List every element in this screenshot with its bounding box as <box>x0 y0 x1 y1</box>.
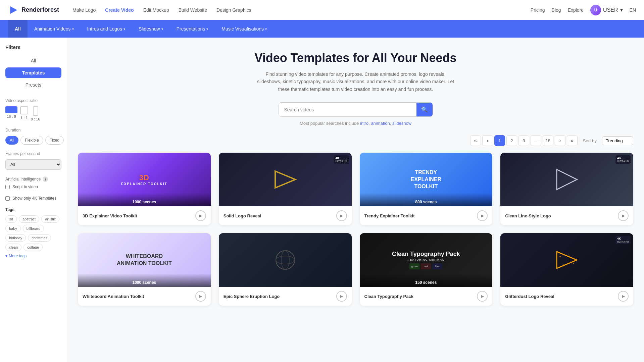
popular-link-slideshow[interactable]: slideshow <box>392 121 411 126</box>
template-card-whiteboard[interactable]: WHITEBOARDANIMATION TOOLKIT 1000 scenes … <box>78 233 211 306</box>
template-card-sphere[interactable]: Epic Sphere Eruption Logo ▶ <box>219 233 352 306</box>
play-button[interactable]: ▶ <box>336 210 347 221</box>
main-nav: Make Logo Create Video Edit Mockup Build… <box>72 7 531 13</box>
thumb-bg <box>219 153 352 206</box>
card-footer: Epic Sphere Eruption Logo ▶ <box>219 287 352 306</box>
show-4k-checkbox[interactable] <box>5 196 10 201</box>
card-title: Solid Logo Reveal <box>224 213 261 218</box>
play-button[interactable]: ▶ <box>618 291 629 302</box>
badge-4k: 4KULTRA HD <box>334 155 349 164</box>
tag-baby[interactable]: baby <box>5 225 21 232</box>
aspect-1-1[interactable]: 1 : 1 <box>20 106 28 121</box>
template-card-trendy-explainer[interactable]: TRENDYEXPLAINERTOOLKIT 800 scenes Trendy… <box>360 153 493 225</box>
nav-pricing[interactable]: Pricing <box>531 7 545 13</box>
popular-link-intro[interactable]: intro <box>360 121 368 126</box>
info-icon[interactable]: i <box>43 176 48 182</box>
nav-make-logo[interactable]: Make Logo <box>72 7 96 13</box>
chevron-down-icon: ▾ <box>206 27 208 31</box>
subnav-intros[interactable]: Intros and Logos ▾ <box>81 20 132 38</box>
template-card-solid-logo[interactable]: 4KULTRA HD Solid Logo Reveal ▶ <box>219 153 352 225</box>
template-card-glitterdust[interactable]: 4KULTRA HD Glitterdust Logo Reveal ▶ <box>500 233 633 306</box>
page-next[interactable]: › <box>555 135 565 146</box>
logo[interactable]: Renderforest <box>8 5 59 15</box>
play-button[interactable]: ▶ <box>195 291 206 302</box>
card-footer: Clean Line-Style Logo ▶ <box>500 206 633 225</box>
filter-tab-all[interactable]: All <box>5 55 61 66</box>
nav-edit-mockup[interactable]: Edit Mockup <box>143 7 169 13</box>
thumb-icon <box>553 250 580 270</box>
search-input[interactable] <box>279 103 416 116</box>
page-last[interactable]: » <box>567 135 578 146</box>
popular-link-animation[interactable]: animation <box>371 121 390 126</box>
svg-marker-1 <box>275 171 295 188</box>
tag-christmas[interactable]: christmas <box>28 234 51 242</box>
card-thumb: WHITEBOARDANIMATION TOOLKIT 1000 scenes <box>78 233 211 287</box>
page-1[interactable]: 1 <box>494 135 505 146</box>
thumb-bg <box>500 153 633 206</box>
nav-build-website[interactable]: Build Website <box>179 7 207 13</box>
tag-3d[interactable]: 3d <box>5 215 17 223</box>
subnav-slideshow[interactable]: Slideshow ▾ <box>132 20 170 38</box>
subnav-presentations[interactable]: Presentations ▾ <box>170 20 215 38</box>
filter-tab-presets[interactable]: Presets <box>5 80 61 90</box>
card-thumb <box>219 233 352 287</box>
language-selector[interactable]: EN <box>630 7 636 13</box>
nav-create-video[interactable]: Create Video <box>105 7 134 13</box>
tag-billboard[interactable]: billboard <box>23 225 44 232</box>
chevron-down-icon: ▾ <box>265 27 267 31</box>
page-2[interactable]: 2 <box>506 135 517 146</box>
tag-artistic[interactable]: artistic <box>41 215 59 223</box>
tag-abstract[interactable]: abstract <box>19 215 39 223</box>
tag-birthday[interactable]: birthday <box>5 234 26 242</box>
sidebar: Filters All Templates Presets Video aspe… <box>0 38 67 362</box>
page-18[interactable]: 18 <box>543 135 553 146</box>
svg-point-8 <box>573 263 574 264</box>
svg-point-5 <box>281 251 289 269</box>
badge-4k: 4KULTRA HD <box>615 236 631 244</box>
nav-explore[interactable]: Explore <box>568 7 584 13</box>
tags-title: Tags <box>5 207 61 212</box>
nav-blog[interactable]: Blog <box>552 7 561 13</box>
template-card-clean-line[interactable]: 4KULTRA HD Clean Line-Style Logo ▶ <box>500 153 633 225</box>
user-menu[interactable]: U USER ▾ <box>590 5 623 15</box>
fps-select[interactable]: All 24fps 30fps 60fps <box>5 159 61 170</box>
tag-collage[interactable]: collage <box>23 244 43 251</box>
svg-point-4 <box>276 256 295 264</box>
play-button[interactable]: ▶ <box>336 291 347 302</box>
card-footer: Solid Logo Reveal ▶ <box>219 206 352 225</box>
play-button[interactable]: ▶ <box>477 291 488 302</box>
card-thumb: 4KULTRA HD <box>500 153 633 206</box>
subnav-all[interactable]: All <box>8 20 28 38</box>
nav-design-graphics[interactable]: Design Graphics <box>216 7 251 13</box>
aspect-9-16[interactable]: 9 : 16 <box>31 106 40 121</box>
ai-section: Artificial intelligence i Script to vide… <box>5 176 61 189</box>
play-button[interactable]: ▶ <box>195 210 206 221</box>
thumb-icon <box>272 169 299 190</box>
search-button[interactable]: 🔍 <box>416 103 433 116</box>
page-prev[interactable]: ‹ <box>482 135 493 146</box>
filter-tab-templates[interactable]: Templates <box>5 67 61 78</box>
duration-fixed[interactable]: Fixed <box>45 136 64 145</box>
script-to-video-checkbox[interactable] <box>5 185 10 189</box>
play-button[interactable]: ▶ <box>618 210 629 221</box>
fps-label: Frames per second <box>5 151 61 156</box>
more-tags-button[interactable]: ▾ More tags <box>5 254 61 258</box>
duration-flexible[interactable]: Flexible <box>20 136 43 145</box>
page-first[interactable]: « <box>470 135 481 146</box>
card-title: Clean Line-Style Logo <box>505 213 551 218</box>
ai-label: Artificial intelligence <box>5 177 41 182</box>
card-title: Epic Sphere Eruption Logo <box>224 294 280 299</box>
chevron-down-icon: ▾ <box>72 27 74 31</box>
page-3[interactable]: 3 <box>518 135 529 146</box>
card-footer: Whiteboard Animation Toolkit ▶ <box>78 287 211 306</box>
sort-select[interactable]: Trending Newest Popular <box>602 136 633 145</box>
subnav-animation[interactable]: Animation Videos ▾ <box>28 20 81 38</box>
subnav-music[interactable]: Music Visualisations ▾ <box>215 20 274 38</box>
play-button[interactable]: ▶ <box>477 210 488 221</box>
duration-all[interactable]: All <box>5 136 18 145</box>
tag-clean[interactable]: clean <box>5 244 21 251</box>
aspect-16-9[interactable]: 16 : 9 <box>5 106 17 121</box>
script-to-video-row: Script to video <box>5 185 61 189</box>
template-card-3d-explainer[interactable]: 3D EXPLAINER TOOLKIT 1000 scenes 3D Expl… <box>78 153 211 225</box>
template-card-typography[interactable]: Clean Typography Pack FEATURING MINIMAL … <box>360 233 493 306</box>
